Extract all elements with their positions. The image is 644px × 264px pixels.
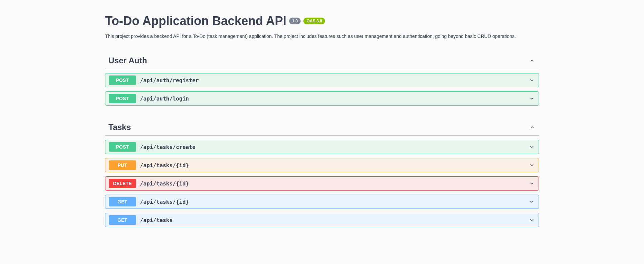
operation-row[interactable]: POST /api/auth/login: [105, 91, 539, 106]
chevron-down-icon: [528, 217, 535, 223]
chevron-up-icon: [529, 57, 536, 64]
operation-row[interactable]: DELETE /api/tasks/{id}: [105, 176, 539, 191]
operation-path: /api/tasks/{id}: [140, 199, 189, 205]
operation-path: /api/auth/login: [140, 95, 189, 102]
section-header-user-auth[interactable]: User Auth: [105, 52, 539, 69]
operations-list: POST /api/auth/register POST /api/auth/l…: [105, 73, 539, 106]
method-badge: DELETE: [109, 179, 136, 188]
operation-row[interactable]: PUT /api/tasks/{id}: [105, 158, 539, 172]
chevron-down-icon: [528, 77, 535, 84]
method-badge: POST: [109, 94, 136, 103]
chevron-down-icon: [528, 180, 535, 187]
method-badge: PUT: [109, 160, 136, 170]
operation-left: DELETE /api/tasks/{id}: [109, 179, 189, 188]
section-title: Tasks: [105, 123, 131, 132]
operation-path: /api/tasks: [140, 217, 173, 223]
page-container: To-Do Application Backend API 1.0 OAS 3.…: [98, 14, 546, 227]
method-badge: POST: [109, 142, 136, 152]
oas-badge: OAS 3.0: [303, 18, 325, 24]
api-description: This project provides a backend API for …: [105, 34, 539, 39]
section-header-tasks[interactable]: Tasks: [105, 119, 539, 136]
version-badge: 1.0: [289, 18, 301, 24]
chevron-down-icon: [528, 162, 535, 169]
operation-row[interactable]: GET /api/tasks/{id}: [105, 195, 539, 209]
chevron-down-icon: [528, 95, 535, 102]
api-title: To-Do Application Backend API: [105, 14, 286, 28]
operations-list: POST /api/tasks/create PUT /api/tasks/{i…: [105, 140, 539, 227]
operation-left: POST /api/auth/login: [109, 94, 189, 103]
operation-left: POST /api/auth/register: [109, 75, 199, 85]
operation-path: /api/tasks/create: [140, 144, 196, 150]
method-badge: GET: [109, 215, 136, 225]
operation-left: POST /api/tasks/create: [109, 142, 196, 152]
chevron-up-icon: [529, 124, 536, 131]
chevron-down-icon: [528, 198, 535, 205]
operation-left: GET /api/tasks: [109, 215, 173, 225]
method-badge: GET: [109, 197, 136, 206]
chevron-down-icon: [528, 144, 535, 150]
section-tasks: Tasks POST /api/tasks/create PUT /api/ta…: [105, 119, 539, 227]
operation-path: /api/auth/register: [140, 77, 199, 84]
title-row: To-Do Application Backend API 1.0 OAS 3.…: [105, 14, 539, 28]
method-badge: POST: [109, 75, 136, 85]
operation-row[interactable]: GET /api/tasks: [105, 213, 539, 227]
operation-row[interactable]: POST /api/tasks/create: [105, 140, 539, 154]
section-title: User Auth: [105, 56, 147, 65]
operation-path: /api/tasks/{id}: [140, 180, 189, 187]
operation-path: /api/tasks/{id}: [140, 162, 189, 169]
operation-left: GET /api/tasks/{id}: [109, 197, 189, 206]
api-header: To-Do Application Backend API 1.0 OAS 3.…: [105, 14, 539, 39]
operation-row[interactable]: POST /api/auth/register: [105, 73, 539, 87]
section-user-auth: User Auth POST /api/auth/register POST /…: [105, 52, 539, 106]
operation-left: PUT /api/tasks/{id}: [109, 160, 189, 170]
